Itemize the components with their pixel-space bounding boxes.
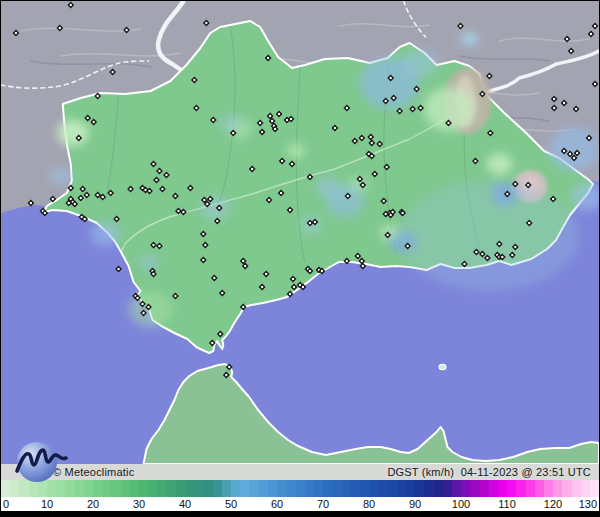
gust-area [402,49,438,77]
scale-segment [185,480,194,497]
scale-segment [93,480,102,497]
scale-tick-20: 20 [87,497,99,511]
scale-tick-80: 80 [363,497,375,511]
scale-segment [452,480,461,497]
gust-area [315,176,341,198]
scale-segment [369,480,378,497]
scale-tick-70: 70 [317,497,329,511]
scale-segment [148,480,157,497]
gust-area [287,143,305,159]
scale-segment [203,480,212,497]
scale-segment [351,480,360,497]
scale-tick-40: 40 [179,497,191,511]
scale-segment [535,480,544,497]
scale-segment [434,480,443,497]
gust-area [139,255,159,271]
map-title-timestamp: DGST (km/h) 04-11-2023 @ 23:51 UTC [387,466,599,478]
scale-segment [581,480,590,497]
scale-segment [397,480,406,497]
scale-segment [424,480,433,497]
scale-segment [406,480,415,497]
scale-segment [443,480,452,497]
scale-segment [553,480,562,497]
scale-segment [516,480,525,497]
gust-area [57,120,89,146]
scale-segment [305,480,314,497]
scale-segment [249,480,258,497]
scale-segment [139,480,148,497]
scale-tick-0: 0 [3,497,9,511]
scale-tick-120: 120 [544,497,562,511]
scale-segment [388,480,397,497]
scale-segment [194,480,203,497]
gust-area [91,222,121,246]
scale-segment [130,480,139,497]
gust-area [389,231,417,253]
scale-segment [572,480,581,497]
scale-tick-10: 10 [41,497,53,511]
scale-segment [121,480,130,497]
status-bar: © Meteoclimatic DGST (km/h) 04-11-2023 @… [1,464,599,480]
scale-segment [342,480,351,497]
scale-tick-60: 60 [271,497,283,511]
scale-segment [277,480,286,497]
scale-segment [489,480,498,497]
wind-gust-map [1,1,599,464]
meteoclimatic-logo [9,437,69,483]
scale-tick-50: 50 [225,497,237,511]
gust-area [548,127,599,171]
scale-segment [562,480,571,497]
scale-segment [240,480,249,497]
scale-segment [75,480,84,497]
scale-tick-labels: 0102030405060708090100110120130 [1,497,599,511]
gust-area [50,167,72,185]
scale-segment [231,480,240,497]
scale-segment [415,480,424,497]
scale-segment [259,480,268,497]
gust-color-scale [1,480,599,497]
scale-segment [470,480,479,497]
scale-tick-30: 30 [133,497,145,511]
scale-segment [526,480,535,497]
scale-tick-130: 130 [579,497,597,511]
gust-area [486,153,512,175]
scale-segment [544,480,553,497]
scale-segment [157,480,166,497]
scale-segment [590,480,599,497]
scale-segment [268,480,277,497]
scale-tick-90: 90 [409,497,421,511]
scale-segment [167,480,176,497]
scale-segment [332,480,341,497]
scale-segment [314,480,323,497]
scale-segment [222,480,231,497]
gust-area [219,114,241,132]
scale-segment [296,480,305,497]
scale-tick-110: 110 [498,497,516,511]
scale-segment [176,480,185,497]
scale-tick-100: 100 [452,497,470,511]
scale-segment [323,480,332,497]
scale-segment [461,480,470,497]
scale-segment [102,480,111,497]
scale-segment [84,480,93,497]
scale-segment [507,480,516,497]
scale-segment [498,480,507,497]
gust-area [460,32,478,46]
scale-segment [111,480,120,497]
scale-segment [360,480,369,497]
scale-segment [378,480,387,497]
weather-map-frame: © Meteoclimatic DGST (km/h) 04-11-2023 @… [0,0,600,517]
alboran-island [439,364,446,369]
scale-segment [213,480,222,497]
scale-segment [480,480,489,497]
scale-segment [286,480,295,497]
